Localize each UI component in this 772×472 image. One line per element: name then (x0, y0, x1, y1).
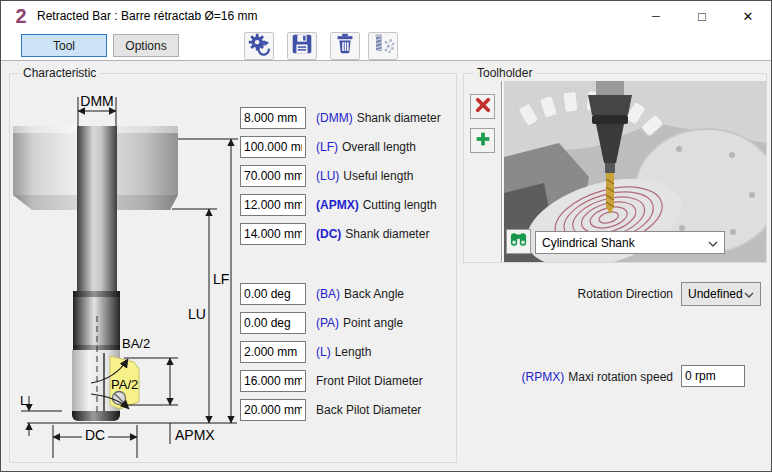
lu-code: (LU) (316, 169, 339, 183)
l-code: (L) (316, 345, 331, 359)
maximize-button[interactable]: □ (679, 1, 725, 31)
binoculars-icon (509, 230, 528, 253)
dc-code: (DC) (316, 227, 341, 241)
dmm-label: (DMM)Shank diameter (316, 107, 441, 129)
minimize-icon: ─ (652, 10, 660, 22)
pa-input[interactable] (240, 312, 306, 334)
characteristic-group-label: Characteristic (19, 66, 100, 80)
chevron-down-icon (744, 287, 754, 301)
ba-code: (BA) (316, 287, 340, 301)
header: 2 Retracted Bar : Barre rétractab Ø=16 m… (1, 1, 771, 61)
l-input[interactable] (240, 341, 306, 363)
dmm-input[interactable] (240, 107, 306, 129)
delete-button[interactable] (330, 32, 360, 60)
front-pilot-label: Front Pilot Diameter (316, 370, 423, 392)
minimize-button[interactable]: ─ (633, 1, 679, 31)
close-icon: ✕ (743, 9, 754, 24)
save-button[interactable] (287, 32, 317, 60)
update-button[interactable] (244, 32, 274, 60)
lf-code: (LF) (316, 140, 338, 154)
pa-label: (PA)Point angle (316, 312, 403, 334)
tool-definition-dialog: 2 Retracted Bar : Barre rétractab Ø=16 m… (0, 0, 772, 472)
app-logo: 2 (11, 5, 31, 27)
lu-label: (LU)Useful length (316, 165, 413, 187)
diagram-label-pa2: PA/2 (111, 377, 138, 392)
shank-type-select[interactable]: Cylindrical Shank (535, 231, 725, 254)
tool-sparkle-icon (370, 31, 396, 61)
rotation-direction-select[interactable]: Undefined (681, 282, 761, 306)
toolholder-group-label: Toolholder (473, 66, 536, 80)
plus-icon (474, 130, 492, 152)
dc-input[interactable] (240, 223, 306, 245)
back-pilot-input[interactable] (240, 399, 306, 421)
front-pilot-input[interactable] (240, 370, 306, 392)
close-button[interactable]: ✕ (725, 1, 771, 31)
characteristic-group: Characteristic (9, 73, 457, 463)
remove-toolholder-button[interactable] (470, 94, 495, 119)
title-bar: 2 Retracted Bar : Barre rétractab Ø=16 m… (1, 1, 771, 31)
chevron-down-icon (708, 236, 718, 250)
ba-input[interactable] (240, 283, 306, 305)
dmm-code: (DMM) (316, 111, 353, 125)
diagram-label-dc: DC (85, 427, 105, 443)
diagram-label-apmx: APMX (175, 427, 215, 443)
add-toolholder-button[interactable] (470, 128, 495, 153)
rpmx-code: (RPMX) (522, 370, 565, 384)
diagram-label-lu: LU (188, 306, 206, 322)
ba-label: (BA)Back Angle (316, 283, 404, 305)
trash-can-icon (332, 31, 358, 61)
diagram-label-dmm: DMM (80, 93, 113, 109)
dc-label: (DC)Shank diameter (316, 223, 429, 245)
toolholder-divider (501, 81, 503, 262)
tool-diagram: DMM LF LU APMX L (12, 82, 242, 462)
compute-button[interactable] (368, 32, 398, 60)
rotation-direction-value: Undefined (688, 287, 743, 301)
floppy-disk-icon (289, 31, 315, 61)
delete-x-icon (474, 96, 492, 118)
window-title: Retracted Bar : Barre rétractab Ø=16 mm (37, 9, 257, 23)
diagram-label-l: L (20, 393, 27, 408)
tab-options[interactable]: Options (113, 34, 179, 57)
gear-refresh-icon (246, 31, 272, 61)
apmx-code: (APMX) (316, 198, 359, 212)
diagram-label-ba2: BA/2 (122, 336, 150, 351)
rpmx-label: (RPMX)Maxi rotation speed (501, 366, 673, 388)
lf-input[interactable] (240, 136, 306, 158)
back-pilot-label: Back Pilot Diameter (316, 399, 421, 421)
diagram-label-lf: LF (213, 271, 229, 287)
rpmx-input[interactable] (681, 365, 745, 387)
tab-tool[interactable]: Tool (21, 34, 107, 57)
lu-input[interactable] (240, 165, 306, 187)
maximize-icon: □ (698, 9, 706, 24)
l-label: (L)Length (316, 341, 371, 363)
search-toolholder-button[interactable] (506, 229, 531, 254)
shank-type-value: Cylindrical Shank (542, 236, 635, 250)
lf-label: (LF)Overall length (316, 136, 416, 158)
toolholder-group: Toolholder (463, 73, 767, 263)
pa-code: (PA) (316, 316, 339, 330)
apmx-label: (APMX)Cutting length (316, 194, 437, 216)
apmx-input[interactable] (240, 194, 306, 216)
rotation-direction-label: Rotation Direction (541, 282, 673, 306)
